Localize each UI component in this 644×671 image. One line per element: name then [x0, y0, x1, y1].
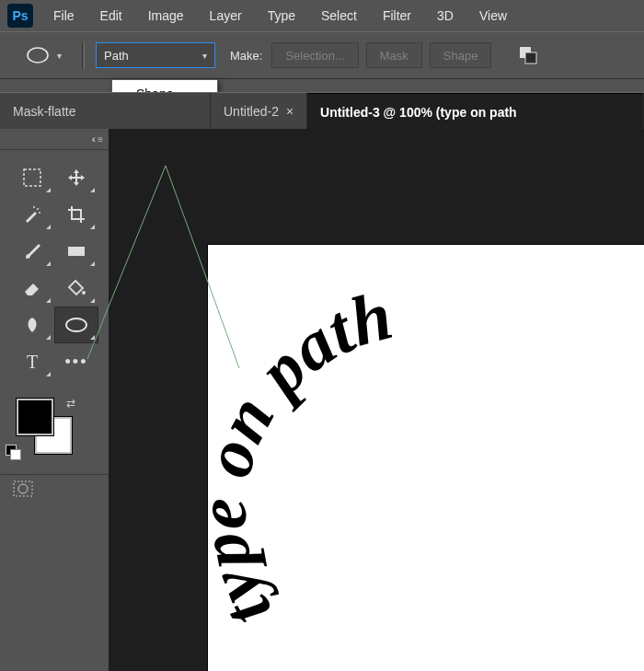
default-colors-icon[interactable]: [6, 445, 18, 457]
menu-image[interactable]: Image: [135, 0, 197, 31]
menu-edit[interactable]: Edit: [87, 0, 135, 31]
canvas-area[interactable]: type on path: [109, 129, 644, 671]
gradient-tool[interactable]: [54, 233, 98, 270]
document-tab-bar: Mask-flatte Untitled-2 × Untitled-3 @ 10…: [0, 92, 644, 131]
svg-point-15: [18, 484, 28, 493]
canvas-artwork: type on path: [226, 272, 631, 671]
separator: [82, 41, 85, 69]
menu-3d[interactable]: 3D: [424, 0, 466, 31]
chevron-down-icon: ▾: [57, 51, 62, 61]
photoshop-logo-icon: Ps: [0, 0, 40, 31]
paint-bucket-tool[interactable]: [54, 270, 98, 307]
menu-layer[interactable]: Layer: [197, 0, 255, 31]
magic-wand-tool[interactable]: [10, 196, 54, 233]
chevron-down-icon: ▾: [202, 51, 207, 61]
quick-mask-toggle[interactable]: [0, 474, 109, 505]
svg-rect-14: [14, 481, 32, 496]
tools-panel-header[interactable]: ‹‹ ≡: [0, 129, 109, 150]
tool-preset-picker[interactable]: ▾: [24, 45, 62, 65]
menu-view[interactable]: View: [466, 0, 520, 31]
make-label: Make:: [230, 49, 262, 63]
svg-rect-9: [68, 247, 85, 256]
svg-point-6: [37, 208, 39, 210]
svg-point-12: [66, 318, 86, 331]
svg-rect-4: [525, 52, 536, 64]
brush-tool[interactable]: [10, 233, 54, 270]
marquee-tool[interactable]: [10, 159, 54, 196]
path-operations-icon[interactable]: [517, 44, 539, 66]
options-bar: ▾ Path ▾ Make: Selection... Mask Shape: [0, 31, 644, 79]
make-selection-button[interactable]: Selection...: [271, 42, 358, 68]
smudge-tool[interactable]: [10, 307, 54, 343]
svg-text:Ps: Ps: [12, 8, 28, 23]
svg-text:type on path: type on path: [183, 275, 400, 640]
canvas-text: type on path: [183, 275, 400, 640]
eraser-tool[interactable]: [10, 270, 54, 307]
document-tab[interactable]: Untitled-2 ×: [211, 93, 307, 130]
svg-point-2: [28, 48, 48, 63]
edit-toolbar-button[interactable]: •••: [54, 343, 98, 380]
tools-panel: ‹‹ ≡ T: [0, 129, 109, 671]
tool-mode-label: Path: [104, 49, 129, 63]
ellipse-shape-tool[interactable]: [54, 307, 98, 343]
tab-label: Mask-flatte: [13, 104, 75, 119]
svg-point-8: [39, 212, 40, 214]
svg-point-11: [82, 291, 86, 295]
svg-point-7: [33, 206, 35, 208]
crop-tool[interactable]: [54, 196, 98, 233]
type-tool[interactable]: T: [10, 343, 54, 380]
menu-type[interactable]: Type: [255, 0, 308, 31]
ellipse-tool-icon: [24, 45, 52, 65]
tab-label: Untitled-3 @ 100% (type on path: [320, 105, 517, 120]
more-icon: •••: [65, 353, 88, 372]
tool-mode-dropdown[interactable]: Path ▾: [96, 42, 215, 68]
move-tool[interactable]: [54, 159, 98, 196]
menu-select[interactable]: Select: [308, 0, 370, 31]
swap-colors-icon[interactable]: ⇄: [66, 397, 75, 410]
svg-rect-5: [24, 169, 40, 186]
close-icon[interactable]: ×: [286, 104, 293, 119]
foreground-color-swatch[interactable]: [17, 399, 53, 435]
menu-file[interactable]: File: [40, 0, 87, 31]
menu-filter[interactable]: Filter: [370, 0, 424, 31]
tab-label: Untitled-2: [224, 104, 279, 119]
make-mask-button[interactable]: Mask: [366, 42, 422, 68]
panel-menu-icon: ≡: [98, 134, 103, 145]
color-swatches[interactable]: ⇄: [17, 399, 72, 454]
make-shape-button[interactable]: Shape: [430, 42, 492, 68]
svg-text:T: T: [27, 352, 38, 372]
document-tab-active[interactable]: Untitled-3 @ 100% (type on path: [307, 93, 644, 130]
document-tab[interactable]: Mask-flatte: [0, 93, 211, 130]
document-canvas[interactable]: type on path: [208, 245, 644, 671]
menu-bar: Ps File Edit Image Layer Type Select Fil…: [0, 0, 644, 32]
